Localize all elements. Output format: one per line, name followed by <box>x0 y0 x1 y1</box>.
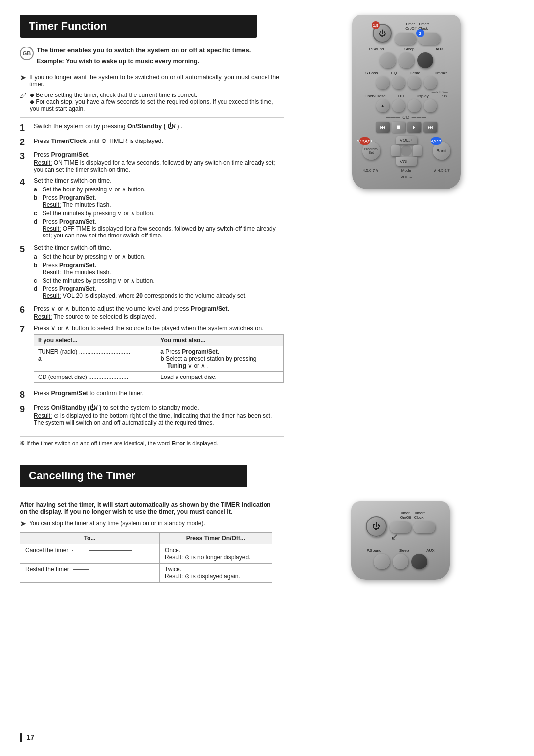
intro-example: Example: You wish to wake up to music ev… <box>37 58 251 65</box>
bottom-timer-clock-label: Timer/Clock <box>414 511 425 520</box>
step-9: 9 Press On/Standby (⏻/ ) to set the syst… <box>20 404 284 426</box>
remote-bottom-top-row: ⏻ TimerOn/Off Timer/Clock ↙ <box>356 507 445 537</box>
remote-aux-btn[interactable] <box>417 52 433 68</box>
step-5: 5 Set the timer switch-off time. a Set t… <box>20 244 284 301</box>
remote-bottom-sleep-btn[interactable] <box>393 554 408 569</box>
remote-bottom-power-btn[interactable]: ⏻ <box>366 516 387 537</box>
step-4b: b Press Program/Set.Result: The minutes … <box>34 194 284 208</box>
remote-timer-clock-btn[interactable]: 2 <box>418 33 440 45</box>
remote-bottom-timer-clock-btn[interactable] <box>413 521 435 533</box>
remote-timer-onoff-btn[interactable] <box>395 33 416 45</box>
remote-band-btn[interactable]: Band 4,5,6,7 <box>433 142 450 160</box>
arrow-note1-text: If you no longer want the system to be s… <box>29 74 284 88</box>
remote-display-btn[interactable] <box>408 99 421 112</box>
step-4c-label: c <box>34 210 43 217</box>
cancel-section: Cancelling the Timer After having set th… <box>20 465 514 585</box>
remote-top-row: ⏻ 1,9 TimerOn/Off Timer/Clock 2 <box>357 22 456 45</box>
cancel-section-header: Cancelling the Timer <box>20 465 247 487</box>
step-7-content: Press ∨ or ∧ button to select the source… <box>34 324 284 386</box>
step-4a-label: a <box>34 186 43 193</box>
cancel-title: Cancelling the Timer <box>29 470 135 482</box>
mode-label: Mode <box>401 168 411 173</box>
step-2: 2 Press Timer/Clock until ⊙ TIMER is dis… <box>20 137 284 147</box>
remote-mode-right-btn[interactable] <box>413 145 422 156</box>
remote-bottom-aux-btn[interactable] <box>411 554 427 569</box>
table-cell-tuner: TUNER (radio) ..........................… <box>34 346 156 372</box>
cancel-table-header-press: Press Timer On/Off... <box>160 533 272 544</box>
table-cell-cd: CD (compact disc) ......................… <box>34 372 156 383</box>
dotted-line-2 <box>73 569 132 570</box>
footnote: ❋ If the timer switch on and off times a… <box>20 436 284 450</box>
step-2-num: 2 <box>20 137 34 147</box>
remote-program-set-btn[interactable]: Program/Set 3,4,5,6,7,8 <box>362 142 380 160</box>
remote-bottom: ⏻ TimerOn/Off Timer/Clock ↙ <box>351 501 450 580</box>
cd-label: ——— CD ——— <box>357 115 456 120</box>
remote-mode-center <box>401 145 412 156</box>
remote-demo-btn[interactable] <box>408 76 421 89</box>
bottom-sleep-label: Sleep <box>399 548 409 553</box>
remote-vol-down-btn[interactable]: VOL.– <box>396 157 417 166</box>
remote-row-sbass <box>357 76 456 89</box>
main-layout: Timer Function GB The timer enables you … <box>20 15 514 450</box>
rds-label: —RDS— <box>432 90 448 94</box>
step-1: 1 Switch the system on by pressing On/St… <box>20 123 284 133</box>
remote-dimmer-btn[interactable] <box>424 76 437 89</box>
demo-label: Demo <box>410 71 420 75</box>
psound-label: P.Sound <box>369 47 384 51</box>
remote-row-psound <box>357 52 456 68</box>
remote-prev-btn[interactable]: ⏮ <box>376 122 390 133</box>
power-badge: 1,9 <box>372 21 380 29</box>
select-table: If you select... You must also... TUNER … <box>34 334 284 383</box>
divider-2 <box>20 431 284 431</box>
remote-openclose-btn[interactable]: ▲ <box>376 99 389 112</box>
display-label: Display <box>416 94 429 98</box>
remote-plus10-btn[interactable] <box>392 99 405 112</box>
remote-mode-left-btn[interactable] <box>391 145 400 156</box>
remote-col-top: ⏻ 1,9 TimerOn/Off Timer/Clock 2 <box>299 15 515 450</box>
step-5a: a Set the hour by pressing ∨ or ∧ button… <box>34 253 284 260</box>
step-5-num: 5 <box>20 244 34 255</box>
step-4-sub-steps: a Set the hour by pressing ∨ or ∧ button… <box>34 186 284 239</box>
remote-power-btn[interactable]: ⏻ 1,9 <box>373 24 392 43</box>
step-4a: a Set the hour by pressing ∨ or ∧ button… <box>34 186 284 193</box>
remote-play-btn[interactable]: ⏵ <box>407 122 421 133</box>
step-5a-label: a <box>34 253 43 260</box>
step-4d-label: d <box>34 218 43 225</box>
cancel-table-cell-restart: Restart the timer <box>20 564 160 583</box>
cancel-table-cell-twice: Twice. Result: ⊙ is displayed again. <box>160 564 272 583</box>
vol-up-badge-label: ∧ 4,5,6,7 <box>434 168 450 173</box>
cancel-intro: After having set the timer, it will star… <box>20 501 272 515</box>
remote-bottom-timer-onoff-btn[interactable]: ↙ <box>390 521 411 533</box>
step-4: 4 Set the timer switch-on time. a Set th… <box>20 177 284 240</box>
step-5-content: Set the timer switch-off time. a Set the… <box>34 244 284 301</box>
step-1-num: 1 <box>20 123 34 133</box>
step-8-num: 8 <box>20 390 34 400</box>
cancel-arrow-note: ➤ You can stop the timer at any time (sy… <box>20 520 272 528</box>
step-7: 7 Press ∨ or ∧ button to select the sour… <box>20 324 284 386</box>
remote-sbass-btn[interactable] <box>376 76 389 89</box>
remote-vol-up-btn[interactable]: VOL.+ <box>396 136 417 144</box>
page-number: ▌ 17 <box>20 723 514 741</box>
bottom-aux-label: AUX <box>426 548 434 553</box>
steps-list: 1 Switch the system on by pressing On/St… <box>20 123 284 426</box>
remote-stop-btn[interactable]: ⏹ <box>392 122 405 133</box>
remote-eq-btn[interactable] <box>392 76 405 89</box>
step-7-num: 7 <box>20 324 34 334</box>
timer-title: Timer Function <box>29 20 107 32</box>
step-3-bold: Program/Set. <box>51 151 89 158</box>
remote-pty-btn[interactable] <box>424 99 437 112</box>
step-3: 3 Press Program/Set. Result: ON TIME is … <box>20 151 284 173</box>
step-5c-label: c <box>34 277 43 284</box>
table-cell-cd-action: Load a compact disc. <box>156 372 283 383</box>
eq-label: EQ <box>391 71 397 75</box>
note-item-1: 🖊 ◆ Before setting the timer, check that… <box>20 92 284 112</box>
remote-psound-btn[interactable] <box>380 52 396 68</box>
remote-bottom-psound-btn[interactable] <box>374 554 390 569</box>
remote-next-btn[interactable]: ⏭ <box>423 122 437 133</box>
remote-top: ⏻ 1,9 TimerOn/Off Timer/Clock 2 <box>352 15 461 189</box>
cancel-two-col: After having set the timer, it will star… <box>20 501 514 585</box>
remote-row-openclose: ▲ <box>357 99 456 112</box>
remote-sleep-btn[interactable] <box>399 52 414 68</box>
note1-text: ◆ Before setting the timer, check that t… <box>30 92 284 98</box>
step-5d-label: d <box>34 285 43 292</box>
